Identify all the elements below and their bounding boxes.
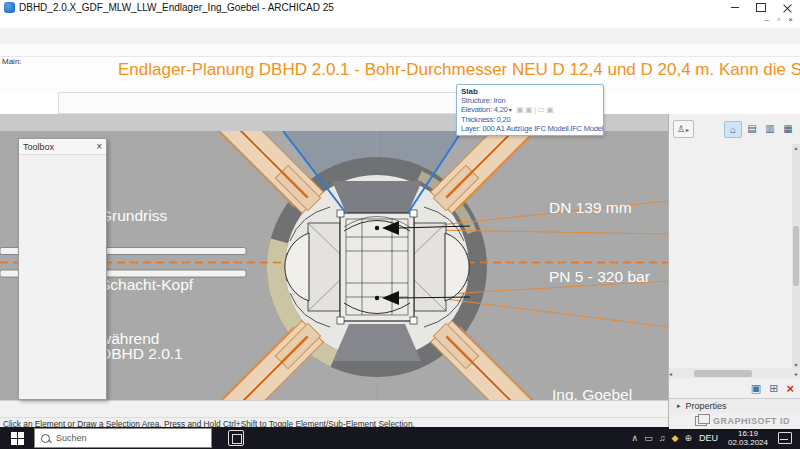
search-icon bbox=[41, 434, 50, 443]
graphisoft-id-bar[interactable]: GRAPHISOFT ID bbox=[669, 413, 800, 429]
tooltip-title: Slab bbox=[461, 87, 599, 96]
clock-time: 16:19 bbox=[728, 429, 768, 438]
tooltip-elevation: Elevation: 4,20▾▣ ▣ | ▭ ▣ bbox=[461, 105, 599, 115]
navigator-horizontal-scrollbar[interactable]: ◂▸ bbox=[669, 368, 800, 378]
maximize-button[interactable] bbox=[748, 0, 774, 15]
taskbar-search-input[interactable]: Suchen bbox=[34, 428, 212, 448]
clock-date: 02.03.2024 bbox=[728, 438, 768, 447]
tooltip-layer: Layer: 000 A1 Aufzüge IFC Modell.IFC Mod… bbox=[461, 124, 599, 133]
search-placeholder: Suchen bbox=[56, 433, 87, 443]
canvas-note-dn139: DN 139 mm PN 5 - 320 bar bbox=[549, 150, 650, 334]
delete-icon[interactable]: × bbox=[786, 381, 794, 396]
main-toolbar-label: Main: bbox=[2, 57, 22, 66]
drawing-banner-text: Endlager-Planung DBHD 2.0.1 - Bohr-Durch… bbox=[118, 60, 798, 80]
mdi-window-controls[interactable]: ‒ ▫ × bbox=[765, 15, 796, 24]
chevron-down-icon[interactable]: ▾ bbox=[509, 107, 512, 113]
project-map-icon[interactable]: ⌂ bbox=[724, 121, 742, 138]
network-tray-icon[interactable]: ⊕ bbox=[684, 433, 692, 443]
properties-section[interactable]: ▸ Properties bbox=[669, 398, 800, 413]
display-tray-icon[interactable]: ▭ bbox=[644, 433, 653, 443]
standard-toolbar bbox=[0, 28, 800, 44]
window-title: DBHD_2.0.X_GDF_MLW_LLW_Endlager_Ing_Goeb… bbox=[19, 2, 334, 13]
canvas-note-author: Ing. Goebel 02.03.2024 bbox=[552, 337, 632, 400]
toolbox-panel: Toolbox × bbox=[18, 138, 107, 400]
element-info-tooltip: Slab Structure: Iron Elevation: 4,20▾▣ ▣… bbox=[456, 84, 604, 136]
archicad-window: DBHD_2.0.X_GDF_MLW_LLW_Endlager_Ing_Goeb… bbox=[0, 0, 800, 449]
minimize-button[interactable] bbox=[722, 0, 748, 15]
title-bar: DBHD_2.0.X_GDF_MLW_LLW_Endlager_Ing_Goeb… bbox=[0, 0, 800, 15]
tooltip-structure: Structure: Iron bbox=[461, 96, 599, 105]
close-button[interactable] bbox=[774, 0, 800, 15]
clone-folder-icon[interactable]: ⊞ bbox=[769, 382, 778, 395]
task-view-icon[interactable] bbox=[228, 430, 244, 446]
hidden-icons-chevron-icon[interactable]: ∧ bbox=[632, 433, 639, 443]
shield-tray-icon[interactable]: ◆ bbox=[671, 433, 678, 443]
start-button[interactable] bbox=[0, 427, 34, 449]
archicad-logo-icon bbox=[4, 2, 15, 13]
navigator-vertical-scrollbar[interactable]: ▴▾ bbox=[792, 144, 800, 368]
tooltip-action-icons[interactable]: ▣ ▣ | ▭ ▣ bbox=[516, 105, 553, 114]
media-tray-icon[interactable]: ♫ bbox=[659, 433, 666, 443]
properties-label: Properties bbox=[686, 401, 727, 411]
teamwork-toolbar bbox=[0, 44, 800, 57]
new-viewpoint-icon[interactable]: ▣ bbox=[751, 382, 761, 395]
canvas-note-korrektur: während Korrektur Wasser-Kühl Rohre DN 1… bbox=[100, 281, 199, 400]
language-indicator[interactable]: DEU bbox=[699, 433, 718, 443]
system-tray: ∧ ▭ ♫ ◆ ⊕ DEU 16:19 02.03.2024 bbox=[629, 427, 800, 449]
windows-stack-icon bbox=[695, 416, 707, 426]
navigator-panel: ♙▸ ⌂ ▤ ▥ ▦ ▴▾ ◂▸ ▣ ⊞ × ▸ Properties GRAP… bbox=[668, 114, 800, 427]
publisher-icon[interactable]: ▦ bbox=[780, 121, 796, 136]
expander-icon: ▸ bbox=[677, 402, 681, 410]
toolbox-close-icon[interactable]: × bbox=[96, 141, 102, 152]
graphisoft-id-label: GRAPHISOFT ID bbox=[713, 416, 790, 426]
layout-book-icon[interactable]: ▥ bbox=[762, 121, 778, 136]
quick-options-bar bbox=[0, 400, 668, 417]
toolbox-title: Toolbox bbox=[23, 142, 54, 152]
menu-bar bbox=[0, 15, 800, 28]
status-bar: Click an Element or Draw a Selection Are… bbox=[0, 417, 668, 427]
tooltip-thickness: Thickness: 0,20 bbox=[461, 115, 599, 124]
action-center-icon[interactable] bbox=[778, 432, 792, 444]
clock[interactable]: 16:19 02.03.2024 bbox=[728, 429, 768, 447]
project-chooser-button[interactable]: ♙▸ bbox=[673, 120, 694, 138]
person-icon: ♙ bbox=[677, 124, 685, 134]
windows-logo-icon bbox=[11, 432, 24, 445]
view-map-icon[interactable]: ▤ bbox=[744, 121, 760, 136]
